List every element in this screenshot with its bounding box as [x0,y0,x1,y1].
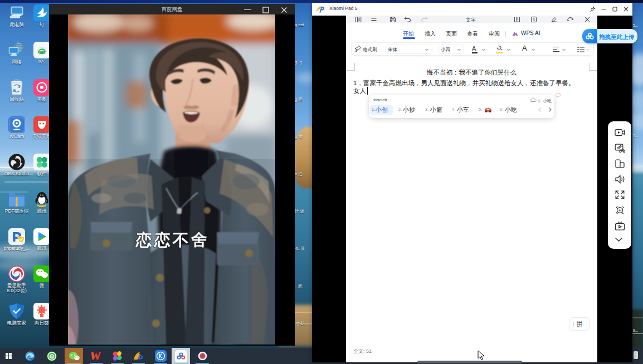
svg-text:3: 3 [533,18,535,22]
svg-text:恋恋不舍: 恋恋不舍 [135,231,210,249]
